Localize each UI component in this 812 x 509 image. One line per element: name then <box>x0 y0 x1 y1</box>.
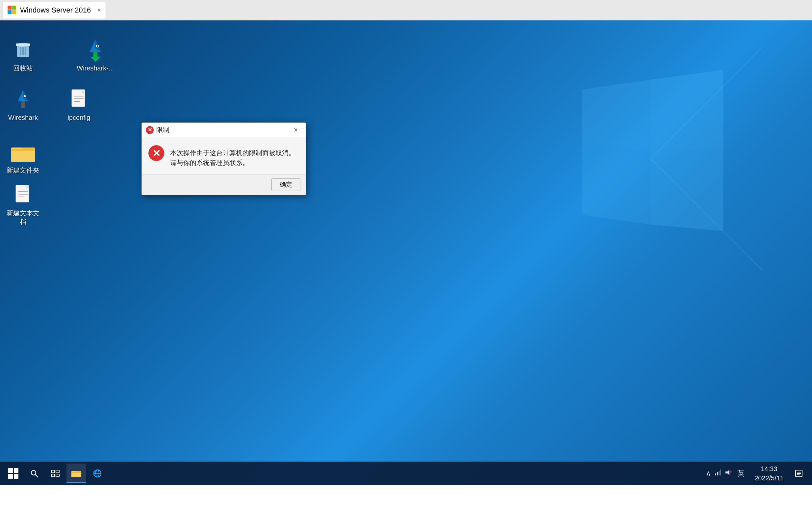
svg-rect-57 <box>718 471 719 475</box>
svg-rect-47 <box>51 474 54 477</box>
dialog-title-error-icon: ✕ <box>146 126 154 134</box>
start-button[interactable] <box>3 464 23 483</box>
wireshark-label: Wireshark <box>8 113 38 122</box>
svg-marker-5 <box>651 70 723 152</box>
svg-rect-13 <box>20 47 21 55</box>
task-view-button[interactable] <box>45 464 65 483</box>
svg-marker-6 <box>582 142 651 225</box>
new-text-doc-icon[interactable]: 新建文本文档 <box>3 182 43 228</box>
svg-rect-1 <box>12 6 16 9</box>
svg-point-22 <box>97 45 98 47</box>
recycle-bin-label: 回收站 <box>13 64 33 72</box>
new-text-doc-label: 新建文本文档 <box>5 209 41 226</box>
wireshark-icon[interactable]: Wireshark <box>3 86 43 124</box>
clock-date: 2022/5/11 <box>754 473 784 483</box>
svg-marker-7 <box>651 149 723 231</box>
tray-network-icon[interactable] <box>714 469 722 478</box>
svg-rect-2 <box>7 10 11 14</box>
ipconfig-label: ipconfig <box>68 113 90 122</box>
tab-label: Windows Server 2016 <box>20 6 91 14</box>
svg-rect-55 <box>715 473 716 475</box>
svg-rect-35 <box>11 149 35 151</box>
wireshark-installer-label: Wireshark-... <box>77 64 114 72</box>
svg-rect-56 <box>717 472 718 475</box>
dialog-title: 限制 <box>156 126 290 134</box>
language-indicator[interactable]: 英 <box>735 468 746 479</box>
tab-close-btn[interactable]: × <box>98 7 101 14</box>
svg-rect-0 <box>7 6 11 9</box>
action-center-button[interactable] <box>789 464 809 483</box>
clock-time: 14:33 <box>761 464 777 473</box>
wireshark-installer-icon[interactable]: Wireshark-... <box>76 37 115 74</box>
svg-rect-45 <box>51 470 54 473</box>
title-bar: Windows Server 2016 × <box>0 0 812 21</box>
vm-tab[interactable]: Windows Server 2016 × <box>3 2 106 19</box>
taskbar: e ∧ <box>0 462 812 485</box>
new-folder-label: 新建文件夹 <box>7 166 39 174</box>
svg-marker-20 <box>90 57 101 62</box>
dialog-message: 本次操作由于这台计算机的限制而被取消。请与你的系统管理员联系。 <box>170 145 299 168</box>
svg-rect-3 <box>12 10 16 14</box>
desktop: 回收站 Wireshark-... <box>0 21 812 485</box>
svg-rect-25 <box>22 101 25 108</box>
file-explorer-button[interactable] <box>67 464 86 483</box>
taskbar-clock[interactable]: 14:33 2022/5/11 <box>752 463 786 484</box>
dialog-error-icon: ✕ <box>148 145 164 161</box>
ipconfig-icon[interactable]: ipconfig <box>59 86 99 124</box>
system-tray: ∧ 英 <box>703 468 749 479</box>
dialog-footer: 确定 <box>142 174 306 195</box>
tray-chevron[interactable]: ∧ <box>706 469 711 478</box>
windows-flag-icon <box>8 468 19 479</box>
recycle-bin-icon[interactable]: 回收站 <box>3 37 43 74</box>
svg-rect-15 <box>25 47 26 55</box>
svg-line-44 <box>35 474 38 477</box>
svg-rect-14 <box>23 47 24 55</box>
dialog-close-button[interactable]: × <box>290 124 302 136</box>
dialog-body: ✕ 本次操作由于这台计算机的限制而被取消。请与你的系统管理员联系。 <box>142 137 306 174</box>
dialog-titlebar: ✕ 限制 × <box>142 123 306 137</box>
svg-marker-59 <box>726 470 729 475</box>
svg-rect-58 <box>720 470 721 475</box>
svg-text:e: e <box>94 469 96 474</box>
ie-button[interactable]: e <box>87 464 107 483</box>
svg-rect-16 <box>16 43 30 46</box>
svg-rect-39 <box>26 185 29 188</box>
taskbar-right: ∧ 英 <box>703 463 809 484</box>
desktop-wallpaper-logo <box>539 47 763 272</box>
svg-marker-4 <box>582 80 651 152</box>
svg-point-27 <box>24 96 26 97</box>
svg-rect-46 <box>56 470 59 473</box>
svg-rect-48 <box>56 474 59 477</box>
dialog-ok-button[interactable]: 确定 <box>271 178 300 191</box>
new-folder-icon[interactable]: 新建文件夹 <box>3 139 43 176</box>
tab-icon <box>7 6 17 15</box>
svg-rect-50 <box>71 472 81 473</box>
restriction-dialog: ✕ 限制 × ✕ 本次操作由于这台计算机的限制而被取消。请与你的系统管理员联系。… <box>142 123 306 195</box>
tray-volume-icon[interactable] <box>725 469 732 478</box>
search-button[interactable] <box>24 464 44 483</box>
